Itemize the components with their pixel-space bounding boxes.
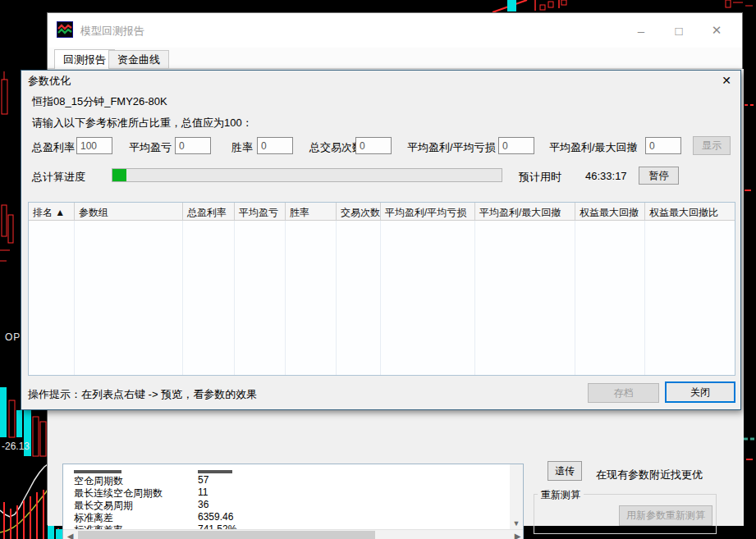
minimize-button[interactable]: – <box>622 13 660 48</box>
scrollbar-thumb[interactable] <box>78 531 375 539</box>
genetic-hint-label: 在现有参数附近找更优 <box>596 468 703 482</box>
weight-input-trade-count[interactable] <box>355 137 392 154</box>
column-avg-pnl[interactable]: 平均盈亏 <box>235 203 286 220</box>
stat-row-clipped <box>63 464 523 474</box>
weight-input-win-rate[interactable] <box>257 137 293 154</box>
param-optimization-dialog: 参数优化 ✕ 恒指08_15分钟_FMY26-80K 请输入以下参考标准所占比重… <box>21 70 741 410</box>
column-total-profit[interactable]: 总盈利率 <box>183 203 235 220</box>
instruction-label: 请输入以下参考标准所占比重，总值应为100： <box>32 116 253 130</box>
stats-rows: 空仓周期数 57 最长连续空仓周期数 11 最长交易周期 36 标准离差 635… <box>63 464 523 536</box>
dialog-title: 参数优化 <box>28 74 71 89</box>
results-table-header: 排名 ▲ 参数组 总盈利率 平均盈亏 胜率 交易次数 平均盈利/平均亏损 平均盈… <box>29 203 735 221</box>
window-title: 模型回测报告 <box>80 24 144 39</box>
scroll-left-icon[interactable]: ◀ <box>63 530 77 539</box>
model-name-label: 恒指08_15分钟_FMY26-80K <box>32 94 167 109</box>
window-controls: – □ ✕ <box>622 13 735 48</box>
horizontal-scrollbar[interactable]: ◀ ▶ <box>63 529 524 539</box>
weight-input-profit-drawdown[interactable] <box>645 137 681 154</box>
weight-input-total-profit[interactable] <box>76 137 112 154</box>
stat-row: 空仓周期数 57 <box>63 474 523 486</box>
column-trade-count[interactable]: 交易次数 <box>337 203 381 220</box>
chart-label-price: -26.13 <box>2 441 30 452</box>
genetic-button[interactable]: 遗传 <box>548 461 582 481</box>
tab-backtest-report[interactable]: 回测报告 <box>54 49 115 70</box>
column-win-rate[interactable]: 胜率 <box>286 203 337 220</box>
recalc-groupbox: 重新测算 用新参数重新测算 <box>534 494 717 534</box>
operation-hint: 操作提示：在列表点右键 -> 预览，看参数的效果 <box>28 387 257 402</box>
tab-equity-curve[interactable]: 资金曲线 <box>108 50 169 69</box>
weight-input-avg-pnl[interactable] <box>175 137 211 154</box>
weight-input-profit-loss-ratio[interactable] <box>498 137 534 154</box>
stats-panel[interactable]: 空仓周期数 57 最长连续空仓周期数 11 最长交易周期 36 标准离差 635… <box>62 464 524 539</box>
tabbar: 回测报告 资金曲线 <box>48 48 742 69</box>
column-param-group[interactable]: 参数组 <box>75 203 183 220</box>
window-titlebar[interactable]: 模型回测报告 – □ ✕ <box>48 13 742 48</box>
vertical-scrollbar[interactable]: ▼ <box>510 464 523 531</box>
column-equity-drawdown-ratio[interactable]: 权益最大回撤比 <box>645 203 735 220</box>
progress-label: 总计算进度 <box>32 170 85 185</box>
optimization-progress-bar <box>112 168 502 182</box>
column-profit-loss-ratio[interactable]: 平均盈利/平均亏损 <box>381 203 475 220</box>
dialog-close-icon[interactable]: ✕ <box>717 72 735 89</box>
stat-row: 最长交易周期 36 <box>63 499 523 511</box>
column-rank[interactable]: 排名 ▲ <box>29 203 75 220</box>
archive-button[interactable]: 存档 <box>588 383 659 403</box>
scroll-right-icon[interactable]: ▶ <box>511 530 524 539</box>
weight-label-profit-drawdown: 平均盈利/最大回撤 <box>549 140 638 155</box>
close-window-button[interactable]: ✕ <box>698 13 735 48</box>
column-profit-drawdown[interactable]: 平均盈利/最大回撤 <box>475 203 575 220</box>
maximize-button[interactable]: □ <box>660 13 698 48</box>
chart-label-op: OP <box>5 331 21 343</box>
pause-button[interactable]: 暂停 <box>639 167 679 185</box>
results-table: 排名 ▲ 参数组 总盈利率 平均盈亏 胜率 交易次数 平均盈利/平均亏损 平均盈… <box>28 202 735 376</box>
recalc-group-label: 重新测算 <box>538 488 584 502</box>
recalc-button[interactable]: 用新参数重新测算 <box>619 505 712 526</box>
eta-value: 46:33:17 <box>585 170 627 182</box>
app-icon <box>57 21 73 38</box>
results-table-body[interactable] <box>29 221 735 375</box>
stat-row: 标准离差 6359.46 <box>63 511 523 523</box>
weight-label-total-profit: 总盈利率 <box>32 140 75 155</box>
stat-row: 最长连续空仓周期数 11 <box>63 486 523 499</box>
eta-label: 预计用时 <box>519 170 561 185</box>
dialog-titlebar[interactable]: 参数优化 ✕ <box>21 71 740 90</box>
show-button[interactable]: 显示 <box>693 136 731 155</box>
weight-label-avg-pnl: 平均盈亏 <box>129 140 172 155</box>
optimization-progress-fill <box>112 169 126 181</box>
close-dialog-button[interactable]: 关闭 <box>665 381 735 403</box>
weight-label-win-rate: 胜率 <box>231 140 253 155</box>
weight-label-profit-loss-ratio: 平均盈利/平均亏损 <box>407 140 496 155</box>
column-equity-drawdown[interactable]: 权益最大回撤 <box>575 203 645 220</box>
screen: OP -26.13 模型回测报告 – □ ✕ 回测报告 资金曲线 <box>0 0 756 539</box>
